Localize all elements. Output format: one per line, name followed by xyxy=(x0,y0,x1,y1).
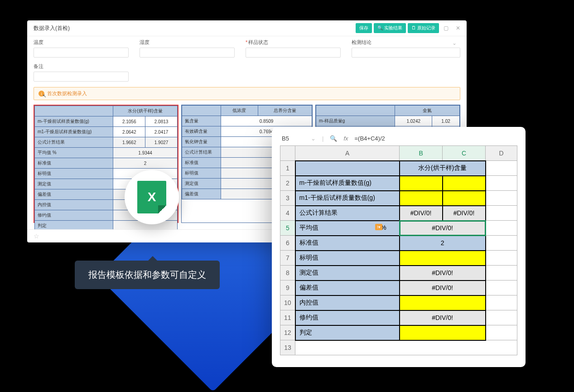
chevron-down-icon[interactable]: ⌄ xyxy=(311,135,316,142)
moisture-header: 水分(烘干样)含量 xyxy=(113,106,178,116)
close-icon[interactable]: ✕ xyxy=(453,25,463,31)
remark-input[interactable] xyxy=(34,72,129,82)
info-icon: i xyxy=(39,91,44,97)
sheet-cell[interactable] xyxy=(400,191,443,206)
formula-bar: B5 ⌄ | 🔍 fx =(B4+C4)/2 xyxy=(280,134,517,145)
excel-icon-badge: X xyxy=(125,170,179,224)
sheet-cell[interactable]: #DIV/0! xyxy=(400,266,486,281)
sheet-cell[interactable] xyxy=(400,325,486,340)
sample-state-input[interactable] xyxy=(246,48,341,58)
col-header[interactable]: C xyxy=(443,146,486,161)
table-row-label: 有效磷含量 xyxy=(182,126,221,137)
cell[interactable]: 2.0642 xyxy=(113,127,145,137)
row-header[interactable]: 12 xyxy=(280,325,295,340)
row-header[interactable]: 13 xyxy=(280,340,295,355)
save-button[interactable]: 保存 xyxy=(356,23,372,33)
col-header[interactable]: B xyxy=(400,146,443,161)
table-row-label: 公式计算结果 xyxy=(35,137,113,148)
humidity-input[interactable] xyxy=(140,48,235,58)
sheet-cell[interactable]: 测定值 xyxy=(295,266,400,281)
sheet-cell[interactable] xyxy=(400,251,486,266)
callout-tooltip: 报告模板依据和参数可自定义 xyxy=(75,261,220,289)
sheet-cell-selected[interactable]: #DIV/0! xyxy=(400,221,486,236)
row-header[interactable]: 6 xyxy=(280,236,295,251)
excel-preview-card: B5 ⌄ | 🔍 fx =(B4+C4)/2 A B C D 1 水分(烘干样)… xyxy=(272,127,526,367)
sheet-cell[interactable]: 内控值 xyxy=(295,295,400,310)
low-conc-header: 低浓度 xyxy=(221,106,258,116)
row-header[interactable]: 2 xyxy=(280,176,295,191)
sheet-cell[interactable]: m1-干燥后试样质量数值(g) xyxy=(295,191,400,206)
sheet-merged-header[interactable]: 水分(烘干样)含量 xyxy=(400,161,486,176)
result-button[interactable]: 🔍 实验结果 xyxy=(374,23,406,33)
sheet-cell[interactable]: 平均值%!▾ xyxy=(295,221,400,236)
sample-state-label: *样品状态 xyxy=(246,39,341,46)
warning-icon[interactable]: !▾ xyxy=(375,224,382,230)
temperature-label: 温度 xyxy=(34,39,129,46)
sheet-cell[interactable]: 标明值 xyxy=(295,251,400,266)
row-header[interactable]: 11 xyxy=(280,310,295,325)
sheet-cell[interactable]: 标准值 xyxy=(295,236,400,251)
raw-record-button[interactable]: 🗒 原始记录 xyxy=(408,23,439,33)
table-row-label: m-样品质量g xyxy=(316,116,395,126)
row-header[interactable]: 1 xyxy=(280,161,295,176)
search-icon[interactable]: 🔍 xyxy=(330,135,337,142)
conclusion-label: 检测结论 xyxy=(352,39,460,46)
sheet-cell[interactable] xyxy=(443,176,486,191)
sheet-cell[interactable]: 公式计算结果 xyxy=(295,206,400,221)
table-row-label: 内控值 xyxy=(35,200,113,210)
sheet-cell[interactable]: #DIV/0! xyxy=(400,206,443,221)
row-header[interactable]: 10 xyxy=(280,295,295,310)
cell-reference[interactable]: B5 xyxy=(282,135,304,142)
row-header[interactable]: 4 xyxy=(280,206,295,221)
row-header[interactable]: 7 xyxy=(280,251,295,266)
sheet-cell[interactable]: m-干燥前试样质量数值(g) xyxy=(295,176,400,191)
sheet-cell[interactable]: 2 xyxy=(400,236,486,251)
tooltip-text: 报告模板依据和参数可自定义 xyxy=(88,270,206,280)
sheet-cell[interactable] xyxy=(400,295,486,310)
row-header[interactable]: 3 xyxy=(280,191,295,206)
cell[interactable]: 2.1056 xyxy=(113,116,145,127)
table-row-label: 标准值 xyxy=(182,158,221,168)
cell: 1.9344 xyxy=(113,148,178,158)
cell[interactable]: 1.02 xyxy=(432,116,460,126)
fx-label[interactable]: fx xyxy=(343,135,348,142)
titlebar: 数据录入(首检) 保存 🔍 实验结果 🗒 原始记录 ▢ ✕ xyxy=(27,20,467,36)
col-header[interactable]: A xyxy=(295,146,400,161)
alert-text: 首次数据检测录入 xyxy=(47,90,87,97)
sheet-cell[interactable] xyxy=(400,176,443,191)
total-nutrient-header: 总养分含量 xyxy=(258,106,312,116)
remark-label: 备注 xyxy=(34,63,129,70)
table-row-label: m1-干燥后试样质量数值(g) xyxy=(35,127,113,137)
sheet-cell[interactable]: 修约值 xyxy=(295,310,400,325)
cell: 2 xyxy=(113,158,178,169)
row-header[interactable]: 8 xyxy=(280,266,295,281)
sheet-cell[interactable]: #DIV/0! xyxy=(400,310,486,325)
maximize-icon[interactable]: ▢ xyxy=(441,25,451,31)
sheet-cell[interactable]: #DIV/0! xyxy=(400,281,486,295)
conclusion-select[interactable] xyxy=(352,48,460,58)
table-row-label: 标明值 xyxy=(182,168,221,179)
row-header[interactable]: 5 xyxy=(280,221,295,236)
table-row-label: 平均值 % xyxy=(35,148,113,158)
sheet-cell[interactable]: #DIV/0! xyxy=(443,206,486,221)
cell: 1.9662 xyxy=(113,137,145,148)
table-row-label: 测定值 xyxy=(182,179,221,189)
col-header[interactable]: D xyxy=(486,146,517,161)
temperature-input[interactable] xyxy=(34,48,129,58)
formula-text[interactable]: =(B4+C4)/2 xyxy=(355,135,385,142)
sheet-cell[interactable] xyxy=(443,191,486,206)
excel-file-icon: X xyxy=(137,181,166,213)
table-row-label: 氮含量 xyxy=(182,116,221,126)
cell[interactable]: 2.0813 xyxy=(145,116,178,127)
cell[interactable]: 0.8509 xyxy=(221,116,312,126)
first-entry-alert: i 首次数据检测录入 xyxy=(34,87,460,100)
cell[interactable]: 2.0417 xyxy=(145,127,178,137)
sheet-cell[interactable]: 判定 xyxy=(295,325,400,340)
table-row-label: 修约值 xyxy=(35,210,113,221)
sheet-cell[interactable]: 偏差值 xyxy=(295,281,400,295)
cell[interactable]: 1.0242 xyxy=(395,116,432,126)
spreadsheet-grid[interactable]: A B C D 1 水分(烘干样)含量 2 m-干燥前试样质量数值(g) 3 m… xyxy=(280,145,517,355)
table-row-label: 标准值 xyxy=(35,158,113,169)
row-header[interactable]: 9 xyxy=(280,281,295,295)
table-row-label: 公式计算结果 xyxy=(182,147,221,158)
